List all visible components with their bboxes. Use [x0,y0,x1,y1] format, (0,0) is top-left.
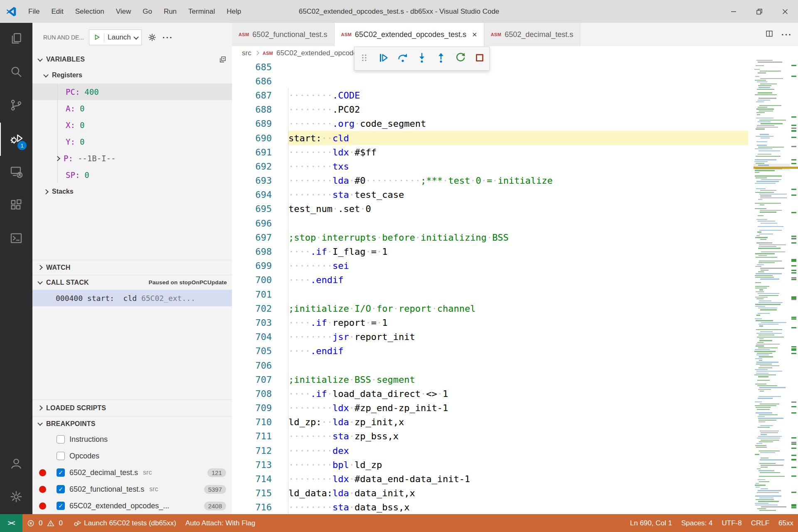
line-number[interactable]: 712 [232,446,272,456]
line-number[interactable]: 703 [232,318,272,328]
call-stack-frame[interactable]: 000400 start: cld 65C02_ext... [32,290,232,306]
toolbar-drag-handle[interactable] [358,52,370,66]
debug-settings-gear-button[interactable] [148,33,157,42]
status-eol[interactable]: CRLF [746,519,774,527]
call-stack-pane-header[interactable]: CALL STACK Paused on stopOnPCUpdate [32,275,232,290]
code-line-701[interactable]: 701 [232,287,798,301]
close-button[interactable] [772,0,798,23]
code-line-713[interactable]: 713········bpl·ld_zp [232,458,798,472]
menu-item-selection[interactable]: Selection [69,0,110,23]
loaded-scripts-pane-header[interactable]: LOADED SCRIPTS [32,399,232,416]
breadcrumb[interactable]: srcASM65C02_extended_opcodes_test.s [232,46,798,60]
views-more-actions-button[interactable]: ··· [163,33,173,42]
line-number[interactable]: 708 [232,389,272,399]
line-number[interactable]: 690 [232,133,272,143]
code-line-685[interactable]: 685 [232,60,798,74]
code-line-698[interactable]: 698····.if·I_flag·=·1 [232,244,798,259]
status-indentation[interactable]: Spaces: 4 [677,519,717,527]
activity-bar-item-files[interactable] [0,23,32,56]
step-into-button[interactable] [416,52,428,66]
line-number[interactable]: 713 [232,460,272,470]
code-line-703[interactable]: 703····.if·report·=·1 [232,315,798,330]
activity-bar-item-account[interactable] [0,448,32,481]
minimap[interactable] [754,60,798,514]
line-number[interactable]: 694 [232,190,272,200]
code-line-714[interactable]: 714········ldx·#data_end-data_init-1 [232,472,798,486]
line-number[interactable]: 714 [232,474,272,484]
register-row-x[interactable]: X:0 [32,117,232,133]
activity-bar-item-remote[interactable] [0,156,32,189]
restart-button[interactable] [454,52,467,66]
breakpoint-toggle-row[interactable]: Opcodes [32,448,232,464]
status-language-mode[interactable]: 65xx [774,519,798,527]
tab-65C02_extended_opcodes_test.s[interactable]: ASM65C02_extended_opcodes_test.s× [335,23,484,46]
line-number[interactable]: 689 [232,118,272,129]
menu-item-help[interactable]: Help [221,0,247,23]
code-line-689[interactable]: 689········.org·code_segment [232,117,798,131]
code-line-699[interactable]: 699········sei [232,259,798,273]
checkbox[interactable]: ✓ [57,468,65,477]
line-number[interactable]: 687 [232,90,272,101]
continue-button[interactable] [377,52,389,66]
code-line-692[interactable]: 692········txs [232,159,798,173]
activity-bar-item-debug[interactable]: 1 [0,123,32,156]
code-line-709[interactable]: 709········ldx·#zp_end-zp_init-1 [232,401,798,415]
line-number[interactable]: 693 [232,175,272,186]
activity-bar-item-extensions[interactable] [0,189,32,222]
code-line-693[interactable]: 693········lda·#0··········;***·test·0·=… [232,174,798,188]
line-number[interactable]: 710 [232,417,272,427]
line-number[interactable]: 709 [232,403,272,413]
breakpoint-file-row[interactable]: ✓6502_functional_test.ssrc5397 [32,481,232,498]
breakpoint-toggle-row[interactable]: Instructions [32,431,232,448]
code-line-690[interactable]: 690start:··cld [232,131,798,145]
breakpoints-pane-header[interactable]: BREAKPOINTS [32,416,232,431]
start-debug-icon[interactable] [93,33,104,42]
status-encoding[interactable]: UTF-8 [717,519,746,527]
code-line-711[interactable]: 711········sta·zp_bss,x [232,429,798,443]
line-number[interactable]: 711 [232,431,272,441]
line-number[interactable]: 704 [232,332,272,342]
line-number[interactable]: 696 [232,218,272,229]
collapse-all-button[interactable] [219,55,227,64]
menu-item-terminal[interactable]: Terminal [182,0,221,23]
activity-bar-item-search[interactable] [0,56,32,89]
register-row-y[interactable]: Y:0 [32,133,232,150]
breakpoint-file-row[interactable]: ✓6502_decimal_test.ssrc121 [32,464,232,481]
code-line-716[interactable]: 716········sta·data_bss,x [232,500,798,514]
line-number[interactable]: 692 [232,161,272,172]
tab-6502_decimal_test.s[interactable]: ASM6502_decimal_test.s [484,23,580,46]
step-over-button[interactable] [397,52,409,66]
checkbox[interactable] [57,452,65,460]
line-number[interactable]: 701 [232,289,272,300]
activity-bar-item-source-control[interactable] [0,89,32,123]
menu-item-file[interactable]: File [22,0,45,23]
breadcrumb-item[interactable]: src [242,49,251,57]
line-number[interactable]: 706 [232,360,272,371]
code-line-688[interactable]: 688········.PC02 [232,103,798,117]
line-number[interactable]: 688 [232,104,272,115]
step-out-button[interactable] [435,52,447,66]
code-line-694[interactable]: 694········sta·test_case [232,188,798,202]
line-number[interactable]: 716 [232,502,272,512]
code-line-708[interactable]: 708····.if·load_data_direct·<>·1 [232,387,798,401]
menu-item-view[interactable]: View [110,0,137,23]
line-number[interactable]: 699 [232,261,272,271]
restore-button[interactable] [746,0,772,23]
checkbox[interactable] [57,435,65,443]
registers-group-row[interactable]: Registers [32,67,232,84]
code-line-710[interactable]: 710ld_zp:··lda·zp_init,x [232,415,798,429]
activity-bar-item-settings[interactable] [0,481,32,514]
breakpoint-file-row[interactable]: ✓65C02_extended_opcodes_...2408 [32,498,232,514]
menu-item-edit[interactable]: Edit [45,0,69,23]
variables-pane-header[interactable]: VARIABLES [32,52,232,67]
code-line-705[interactable]: 705····.endif [232,344,798,358]
code-line-706[interactable]: 706 [232,358,798,372]
split-editor-button[interactable] [765,29,774,40]
stacks-group-row[interactable]: Stacks [32,183,232,200]
tab-6502_functional_test.s[interactable]: ASM6502_functional_test.s [232,23,335,46]
minimize-button[interactable] [721,0,746,23]
line-number[interactable]: 685 [232,62,272,72]
watch-pane-header[interactable]: WATCH [32,260,232,275]
code-line-696[interactable]: 696 [232,216,798,230]
code-line-700[interactable]: 700····.endif [232,273,798,287]
